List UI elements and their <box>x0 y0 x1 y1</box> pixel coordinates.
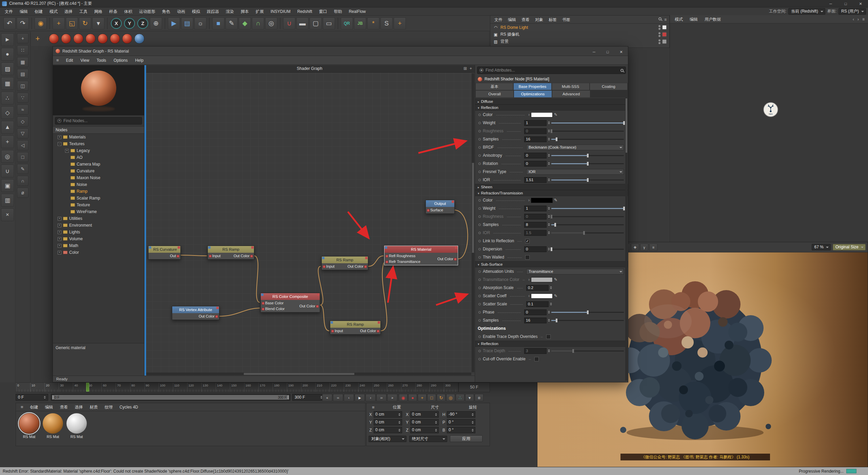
scale-tool-icon[interactable]: ◱ <box>66 17 78 30</box>
shader-menu-item[interactable]: View <box>77 58 93 63</box>
add-cube-icon[interactable]: ■ <box>212 17 224 30</box>
workplane-mode-icon[interactable]: ▦ <box>1 77 14 90</box>
coordinate-system-icon[interactable]: ⊕ <box>150 17 162 30</box>
node-tree-item[interactable]: + Utilities <box>53 215 144 222</box>
uv-mode-icon[interactable]: ▥ <box>1 194 14 207</box>
object-tag-icon[interactable] <box>662 39 667 44</box>
keyframe-pla-icon[interactable]: ∴ <box>456 394 465 401</box>
value-field[interactable]: 0.1 <box>526 301 549 307</box>
value-field[interactable]: 0 <box>524 153 547 158</box>
menu-item[interactable]: 选择 <box>61 7 76 16</box>
color-swatch[interactable] <box>531 293 553 299</box>
color-swatch[interactable] <box>531 112 553 117</box>
material-menu-item[interactable]: Cycles 4D <box>116 403 142 411</box>
rs-material-preset-icon-1[interactable] <box>49 34 59 44</box>
section-header-diffuse[interactable]: ▸Diffuse <box>475 98 628 104</box>
menu-item[interactable]: 模式 <box>46 7 61 16</box>
shader-graph-canvas[interactable]: Shader Graph ⊞+ <box>144 65 475 376</box>
menu-item[interactable]: RealFlow <box>346 7 369 16</box>
animation-dot-icon[interactable] <box>478 130 481 132</box>
divider[interactable] <box>165 18 165 29</box>
tree-toggle-icon[interactable]: + <box>58 237 61 241</box>
select-tool-icon[interactable]: ► <box>1 33 14 46</box>
value-slider[interactable] <box>551 137 624 141</box>
material-menu-item[interactable]: 查看 <box>57 403 72 411</box>
find-nodes-input[interactable] <box>63 118 140 123</box>
array-tool-icon[interactable]: ∷ <box>17 45 28 55</box>
render-picture-viewer-icon[interactable]: ▤ <box>181 17 193 30</box>
canvas-vscrollbar[interactable] <box>472 73 474 372</box>
rs-material-preset-icon-4[interactable] <box>85 34 96 44</box>
divider[interactable] <box>280 18 280 29</box>
goto-end-button[interactable]: » <box>387 394 397 401</box>
tree-toggle-icon[interactable]: + <box>65 149 69 153</box>
node-tree-item[interactable]: + Color <box>53 249 144 256</box>
value-slider[interactable] <box>551 230 624 235</box>
object-manager-menu-item[interactable]: 文件 <box>492 16 505 24</box>
panel-menu-icon[interactable]: ≡ <box>862 17 865 22</box>
next-frame-button[interactable]: › <box>366 394 376 401</box>
frame-range-slider[interactable]: 0 F300 F <box>51 394 290 401</box>
undo-icon[interactable]: ↶ <box>3 17 16 30</box>
tree-toggle-icon[interactable]: − <box>58 142 61 146</box>
panel-splitter[interactable] <box>144 65 146 376</box>
material-menu-item[interactable]: 材质 <box>86 403 101 411</box>
value-field[interactable]: 0.2 <box>526 285 549 291</box>
menu-item[interactable]: 渲染 <box>222 7 237 16</box>
points-mode-icon[interactable]: ∴ <box>1 92 14 104</box>
value-field[interactable]: 3 <box>524 348 547 354</box>
attribute-manager-menu-item[interactable]: 编辑 <box>686 15 701 23</box>
animation-dot-icon[interactable] <box>478 114 481 116</box>
section-header-reflection[interactable]: ▾Reflection <box>475 104 628 111</box>
shader-menu-item[interactable]: Tools <box>93 58 110 63</box>
menu-item[interactable]: 样条 <box>106 7 121 16</box>
material-manager-menu-icon[interactable]: ≡ <box>17 404 27 410</box>
node-tree-item[interactable]: Ramp <box>53 188 144 195</box>
position-field[interactable]: 0 cm <box>374 427 402 433</box>
snap-toggle-icon[interactable]: ∪ <box>1 165 14 177</box>
menu-item[interactable]: 文件 <box>1 7 16 16</box>
shader-window-control-button[interactable]: □ <box>601 48 614 57</box>
animation-dot-icon[interactable] <box>478 295 481 297</box>
solo-mode-icon[interactable]: ◎ <box>1 150 14 163</box>
attribute-manager-menu-item[interactable]: 模式 <box>671 15 686 23</box>
animation-dot-icon[interactable] <box>478 256 481 259</box>
generator-icon[interactable]: ◆ <box>239 17 251 30</box>
pen-tool-icon[interactable]: ✎ <box>225 17 238 30</box>
value-field[interactable]: 0 <box>524 246 547 252</box>
animation-dot-icon[interactable] <box>478 163 481 165</box>
prev-frame-button[interactable]: ‹ <box>344 394 354 401</box>
keyframe-parameter-icon[interactable]: ◎ <box>446 394 455 401</box>
back-icon[interactable]: ‹ <box>853 17 854 22</box>
menu-item[interactable]: 动画 <box>174 7 189 16</box>
next-key-button[interactable]: ›› <box>376 394 387 401</box>
object-manager-menu-item[interactable]: 书签 <box>559 16 573 24</box>
divider[interactable] <box>32 18 32 29</box>
render-settings-icon[interactable]: ☼ <box>194 17 206 30</box>
keyframe-rotation-icon[interactable]: ↻ <box>437 394 446 401</box>
animation-dot-icon[interactable] <box>478 224 481 226</box>
position-field[interactable]: 0 cm <box>374 419 402 425</box>
coordinates-menu-icon[interactable]: ≡ <box>369 405 378 410</box>
object-manager-menu-item[interactable]: 标签 <box>546 16 559 24</box>
divider[interactable] <box>209 18 210 29</box>
value-dropdown[interactable]: Beckmann (Cook-Torrance) <box>526 145 624 150</box>
range-start-handle[interactable] <box>52 395 54 400</box>
value-slider[interactable] <box>551 310 624 315</box>
node-tree-item[interactable]: + Volume <box>53 235 144 242</box>
record-keyframe-icon[interactable]: ◉ <box>399 394 408 401</box>
material-thumbnail[interactable]: RS Mat <box>65 413 88 439</box>
object-row[interactable]: ▨ 背景 <box>490 38 669 45</box>
canvas-hscrollbar[interactable] <box>146 373 471 375</box>
zoom-dropdown[interactable]: 67 % <box>812 244 831 250</box>
divider[interactable] <box>50 18 50 29</box>
rs-material-preset-icon-5[interactable] <box>98 34 108 44</box>
tree-toggle-icon[interactable]: + <box>58 244 61 248</box>
attribute-filter-icon[interactable]: ◉ <box>479 68 484 72</box>
live-selection-icon[interactable]: ◉ <box>35 17 47 30</box>
tree-toggle-icon[interactable]: + <box>58 217 61 221</box>
section-header-sheen[interactable]: ▸Sheen <box>475 184 628 190</box>
node-tree-item[interactable]: Curvature <box>53 168 144 174</box>
wave-tool-icon[interactable]: ≈ <box>17 104 28 115</box>
current-frame-field[interactable]: 0 F <box>16 394 48 401</box>
